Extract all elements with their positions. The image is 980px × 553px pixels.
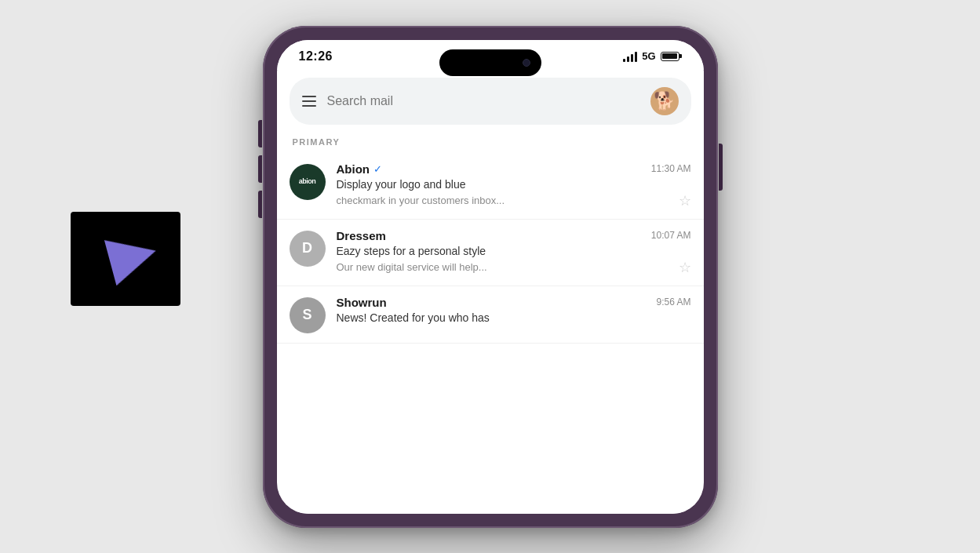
signal-bars — [623, 51, 637, 62]
email-body-abion: Abion ✓ 11:30 AM Display your logo and b… — [337, 162, 691, 209]
gmail-content: Search mail PRIMARY abion Abion ✓ — [277, 78, 704, 344]
signal-bar-4 — [635, 52, 637, 62]
annotation-box — [71, 212, 180, 306]
network-type: 5G — [642, 50, 655, 62]
verified-badge-abion: ✓ — [373, 163, 382, 175]
email-subject-abion: Display your logo and blue — [337, 178, 691, 191]
email-preview-row-abion: checkmark in your customers inbox... ☆ — [337, 192, 691, 209]
phone-mockup: 12:26 5G — [263, 26, 718, 528]
email-item-dressem[interactable]: D Dressem 10:07 AM Eazy steps for a pers… — [277, 220, 704, 286]
email-body-showrun: Showrun 9:56 AM News! Created for you wh… — [337, 296, 691, 326]
dynamic-island — [439, 49, 541, 76]
email-preview-abion: checkmark in your customers inbox... — [337, 195, 679, 206]
dressem-avatar: D — [290, 231, 326, 267]
email-header-dressem: Dressem 10:07 AM — [337, 229, 691, 242]
battery-icon — [661, 52, 682, 61]
email-item-showrun[interactable]: S Showrun 9:56 AM News! Created for you … — [277, 286, 704, 344]
search-placeholder: Search mail — [327, 94, 639, 108]
sender-info-dressem: Dressem — [337, 229, 386, 242]
annotation-arrow — [104, 228, 162, 286]
email-header-showrun: Showrun 9:56 AM — [337, 296, 691, 309]
email-time-dressem: 10:07 AM — [651, 230, 691, 241]
sender-name-dressem: Dressem — [337, 229, 386, 242]
bottom-fade — [277, 467, 704, 514]
battery-fill — [662, 53, 677, 59]
email-subject-showrun: News! Created for you who has — [337, 311, 691, 324]
email-subject-dressem: Eazy steps for a personal style — [337, 245, 691, 257]
sender-info-showrun: Showrun — [337, 296, 387, 309]
email-item-abion[interactable]: abion Abion ✓ 11:30 AM Display your logo… — [277, 153, 704, 220]
hamburger-line-2 — [302, 100, 316, 102]
sender-name-abion: Abion — [337, 162, 370, 176]
signal-bar-2 — [627, 56, 629, 62]
phone-screen: 12:26 5G — [277, 40, 704, 514]
hamburger-line-1 — [302, 96, 316, 97]
email-body-dressem: Dressem 10:07 AM Eazy steps for a person… — [337, 229, 691, 276]
showrun-avatar: S — [290, 297, 326, 333]
status-icons: 5G — [623, 50, 681, 62]
email-time-showrun: 9:56 AM — [656, 297, 690, 307]
email-time-abion: 11:30 AM — [651, 163, 691, 174]
battery-body — [661, 52, 679, 61]
sender-info-abion: Abion ✓ — [337, 162, 383, 176]
showrun-avatar-letter: S — [302, 307, 311, 323]
abion-logo-text: abion — [299, 177, 316, 186]
star-icon-dressem[interactable]: ☆ — [679, 259, 691, 276]
status-time: 12:26 — [299, 49, 333, 64]
hamburger-menu-icon[interactable] — [302, 96, 316, 107]
abion-avatar: abion — [290, 164, 326, 200]
hamburger-line-3 — [302, 105, 316, 107]
email-preview-row-dressem: Our new digital service will help... ☆ — [337, 259, 691, 276]
phone-frame: 12:26 5G — [263, 26, 718, 528]
dressem-avatar-letter: D — [302, 240, 312, 256]
camera-dot — [523, 59, 530, 67]
sender-name-showrun: Showrun — [337, 296, 387, 309]
search-bar[interactable]: Search mail — [290, 78, 691, 125]
battery-tip — [679, 54, 682, 58]
email-header-abion: Abion ✓ 11:30 AM — [337, 162, 691, 176]
email-preview-dressem: Our new digital service will help... — [337, 261, 679, 273]
signal-bar-1 — [623, 59, 625, 62]
section-label-primary: PRIMARY — [277, 134, 704, 153]
star-icon-abion[interactable]: ☆ — [679, 192, 691, 209]
signal-bar-3 — [631, 54, 633, 62]
user-avatar[interactable] — [650, 87, 679, 115]
